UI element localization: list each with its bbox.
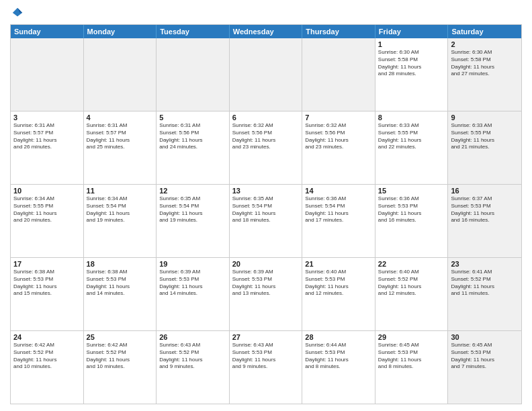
calendar-body: 1Sunrise: 6:30 AM Sunset: 5:58 PM Daylig…	[11, 38, 521, 404]
header-day-tuesday: Tuesday	[157, 25, 230, 38]
day-info: Sunrise: 6:38 AM Sunset: 5:53 PM Dayligh…	[13, 269, 81, 298]
day-info: Sunrise: 6:34 AM Sunset: 5:54 PM Dayligh…	[87, 195, 154, 224]
day-cell-27: 27Sunrise: 6:43 AM Sunset: 5:53 PM Dayli…	[230, 331, 303, 404]
day-cell-26: 26Sunrise: 6:43 AM Sunset: 5:52 PM Dayli…	[157, 331, 230, 404]
day-cell-28: 28Sunrise: 6:44 AM Sunset: 5:53 PM Dayli…	[302, 331, 375, 404]
header-day-friday: Friday	[375, 25, 449, 38]
day-cell-6: 6Sunrise: 6:32 AM Sunset: 5:56 PM Daylig…	[230, 111, 303, 184]
day-number: 6	[232, 113, 300, 122]
day-number: 23	[451, 260, 519, 268]
day-cell-3: 3Sunrise: 6:31 AM Sunset: 5:57 PM Daylig…	[11, 111, 84, 184]
day-cell-13: 13Sunrise: 6:35 AM Sunset: 5:54 PM Dayli…	[230, 185, 303, 257]
day-cell-9: 9Sunrise: 6:33 AM Sunset: 5:55 PM Daylig…	[448, 111, 521, 184]
day-info: Sunrise: 6:38 AM Sunset: 5:53 PM Dayligh…	[87, 269, 154, 298]
day-cell-16: 16Sunrise: 6:37 AM Sunset: 5:53 PM Dayli…	[448, 185, 521, 257]
day-info: Sunrise: 6:35 AM Sunset: 5:54 PM Dayligh…	[232, 195, 300, 224]
day-info: Sunrise: 6:44 AM Sunset: 5:53 PM Dayligh…	[305, 342, 372, 371]
day-cell-12: 12Sunrise: 6:35 AM Sunset: 5:54 PM Dayli…	[157, 185, 230, 257]
day-info: Sunrise: 6:30 AM Sunset: 5:58 PM Dayligh…	[378, 49, 445, 78]
empty-cell-0-0	[11, 38, 84, 111]
day-info: Sunrise: 6:33 AM Sunset: 5:55 PM Dayligh…	[451, 122, 519, 151]
day-cell-29: 29Sunrise: 6:45 AM Sunset: 5:53 PM Dayli…	[375, 331, 449, 404]
calendar-row-3: 17Sunrise: 6:38 AM Sunset: 5:53 PM Dayli…	[11, 258, 521, 331]
calendar-row-4: 24Sunrise: 6:42 AM Sunset: 5:52 PM Dayli…	[11, 331, 521, 404]
day-info: Sunrise: 6:35 AM Sunset: 5:54 PM Dayligh…	[159, 195, 226, 224]
day-cell-5: 5Sunrise: 6:31 AM Sunset: 5:56 PM Daylig…	[157, 111, 230, 184]
calendar-row-2: 10Sunrise: 6:34 AM Sunset: 5:55 PM Dayli…	[11, 185, 521, 258]
header	[10, 7, 522, 19]
calendar-row-0: 1Sunrise: 6:30 AM Sunset: 5:58 PM Daylig…	[11, 38, 521, 111]
day-number: 7	[305, 113, 372, 122]
day-info: Sunrise: 6:43 AM Sunset: 5:53 PM Dayligh…	[232, 342, 300, 371]
header-day-wednesday: Wednesday	[230, 25, 303, 38]
day-info: Sunrise: 6:34 AM Sunset: 5:55 PM Dayligh…	[13, 195, 81, 224]
day-number: 18	[87, 260, 154, 268]
day-cell-23: 23Sunrise: 6:41 AM Sunset: 5:52 PM Dayli…	[448, 258, 521, 330]
day-number: 19	[159, 260, 226, 268]
day-info: Sunrise: 6:40 AM Sunset: 5:52 PM Dayligh…	[378, 269, 445, 298]
day-number: 13	[232, 187, 300, 195]
day-number: 24	[13, 333, 81, 341]
day-cell-22: 22Sunrise: 6:40 AM Sunset: 5:52 PM Dayli…	[375, 258, 449, 330]
empty-cell-0-4	[302, 38, 375, 111]
day-number: 12	[159, 187, 226, 195]
day-info: Sunrise: 6:39 AM Sunset: 5:53 PM Dayligh…	[232, 269, 300, 298]
day-cell-7: 7Sunrise: 6:32 AM Sunset: 5:56 PM Daylig…	[302, 111, 375, 184]
day-info: Sunrise: 6:40 AM Sunset: 5:53 PM Dayligh…	[305, 269, 372, 298]
day-number: 9	[451, 113, 519, 122]
logo	[10, 7, 24, 19]
day-number: 21	[305, 260, 372, 268]
calendar-header: SundayMondayTuesdayWednesdayThursdayFrid…	[11, 25, 521, 38]
logo-icon	[11, 7, 24, 19]
day-cell-19: 19Sunrise: 6:39 AM Sunset: 5:53 PM Dayli…	[157, 258, 230, 330]
day-info: Sunrise: 6:45 AM Sunset: 5:53 PM Dayligh…	[378, 342, 445, 371]
day-info: Sunrise: 6:30 AM Sunset: 5:58 PM Dayligh…	[451, 49, 519, 78]
day-info: Sunrise: 6:43 AM Sunset: 5:52 PM Dayligh…	[159, 342, 226, 371]
day-number: 8	[378, 113, 445, 122]
day-cell-15: 15Sunrise: 6:36 AM Sunset: 5:53 PM Dayli…	[375, 185, 449, 257]
day-cell-8: 8Sunrise: 6:33 AM Sunset: 5:55 PM Daylig…	[375, 111, 449, 184]
day-number: 20	[232, 260, 300, 268]
day-info: Sunrise: 6:37 AM Sunset: 5:53 PM Dayligh…	[451, 195, 519, 224]
empty-cell-0-2	[157, 38, 230, 111]
day-number: 16	[451, 187, 519, 195]
day-info: Sunrise: 6:36 AM Sunset: 5:54 PM Dayligh…	[305, 195, 372, 224]
day-cell-10: 10Sunrise: 6:34 AM Sunset: 5:55 PM Dayli…	[11, 185, 84, 257]
day-info: Sunrise: 6:32 AM Sunset: 5:56 PM Dayligh…	[305, 122, 372, 151]
day-number: 25	[87, 333, 154, 341]
day-cell-4: 4Sunrise: 6:31 AM Sunset: 5:57 PM Daylig…	[84, 111, 157, 184]
day-cell-24: 24Sunrise: 6:42 AM Sunset: 5:52 PM Dayli…	[11, 331, 84, 404]
day-number: 17	[13, 260, 81, 268]
day-cell-1: 1Sunrise: 6:30 AM Sunset: 5:58 PM Daylig…	[375, 38, 449, 111]
day-cell-11: 11Sunrise: 6:34 AM Sunset: 5:54 PM Dayli…	[84, 185, 157, 257]
day-cell-30: 30Sunrise: 6:45 AM Sunset: 5:53 PM Dayli…	[448, 331, 521, 404]
day-number: 3	[13, 113, 81, 122]
day-number: 14	[305, 187, 372, 195]
day-cell-20: 20Sunrise: 6:39 AM Sunset: 5:53 PM Dayli…	[230, 258, 303, 330]
day-info: Sunrise: 6:42 AM Sunset: 5:52 PM Dayligh…	[87, 342, 154, 371]
day-number: 5	[159, 113, 226, 122]
day-info: Sunrise: 6:31 AM Sunset: 5:56 PM Dayligh…	[159, 122, 226, 151]
day-info: Sunrise: 6:39 AM Sunset: 5:53 PM Dayligh…	[159, 269, 226, 298]
day-cell-21: 21Sunrise: 6:40 AM Sunset: 5:53 PM Dayli…	[302, 258, 375, 330]
calendar-row-1: 3Sunrise: 6:31 AM Sunset: 5:57 PM Daylig…	[11, 111, 521, 185]
day-cell-2: 2Sunrise: 6:30 AM Sunset: 5:58 PM Daylig…	[448, 38, 521, 111]
page: SundayMondayTuesdayWednesdayThursdayFrid…	[0, 0, 532, 411]
day-number: 10	[13, 187, 81, 195]
header-day-sunday: Sunday	[11, 25, 84, 38]
day-info: Sunrise: 6:36 AM Sunset: 5:53 PM Dayligh…	[378, 195, 445, 224]
header-day-thursday: Thursday	[302, 25, 375, 38]
day-cell-25: 25Sunrise: 6:42 AM Sunset: 5:52 PM Dayli…	[84, 331, 157, 404]
day-number: 30	[451, 333, 519, 341]
empty-cell-0-3	[230, 38, 303, 111]
empty-cell-0-1	[84, 38, 157, 111]
day-cell-17: 17Sunrise: 6:38 AM Sunset: 5:53 PM Dayli…	[11, 258, 84, 330]
day-info: Sunrise: 6:41 AM Sunset: 5:52 PM Dayligh…	[451, 269, 519, 298]
header-day-saturday: Saturday	[448, 25, 521, 38]
day-number: 27	[232, 333, 300, 341]
calendar: SundayMondayTuesdayWednesdayThursdayFrid…	[10, 24, 522, 404]
day-number: 2	[451, 40, 519, 48]
day-info: Sunrise: 6:31 AM Sunset: 5:57 PM Dayligh…	[13, 122, 81, 151]
day-info: Sunrise: 6:33 AM Sunset: 5:55 PM Dayligh…	[378, 122, 445, 151]
day-number: 29	[378, 333, 445, 341]
